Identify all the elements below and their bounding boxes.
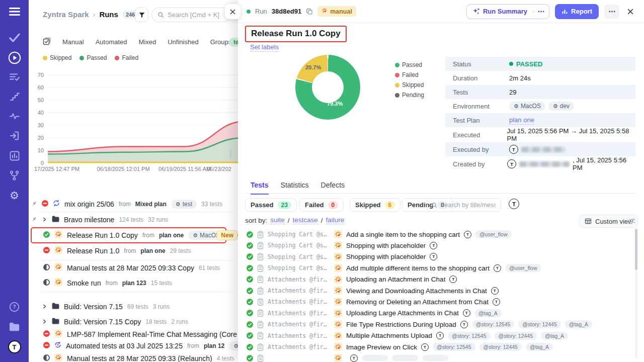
run-row[interactable]: mix origin 25/06fromMixed plan⚙test33 te… bbox=[29, 197, 238, 212]
test-row[interactable]: Attachments @firstUploading Large Attach… bbox=[247, 308, 629, 319]
run-meta: 61 tests bbox=[199, 264, 220, 272]
sort-row: sort by:suite/testcase/failure bbox=[245, 216, 344, 224]
test-suite: Attachments @first bbox=[268, 298, 330, 305]
view-settings-icon[interactable] bbox=[628, 217, 636, 227]
burst-icon bbox=[334, 276, 342, 284]
close-icon bbox=[229, 9, 236, 15]
chevron-right-icon[interactable] bbox=[42, 302, 47, 311]
copy-icon[interactable] bbox=[306, 8, 313, 15]
donut-passed-label: 79.3% bbox=[327, 101, 343, 107]
nav-menu-icon[interactable] bbox=[0, 5, 29, 18]
test-row[interactable]: Shopping Cart @sm…Shopping with placehol… bbox=[247, 251, 629, 262]
folder-icon bbox=[52, 215, 59, 224]
nav-user-avatar[interactable]: T bbox=[0, 340, 29, 353]
test-title: Add a single item to the shopping cart bbox=[346, 231, 460, 238]
nav-gear-icon[interactable]: ⚙ bbox=[0, 189, 29, 202]
run-row[interactable]: Bravo milestone124 tests32 runs bbox=[29, 212, 238, 227]
sort-by-testcase[interactable]: testcase bbox=[293, 216, 318, 224]
run-summary-button[interactable]: Run Summary bbox=[466, 4, 549, 19]
test-plan-link[interactable]: plan one bbox=[509, 116, 534, 125]
test-suite: Shopping Cart @sm… bbox=[268, 231, 330, 238]
test-tag bbox=[392, 355, 418, 361]
svg-text:40: 40 bbox=[38, 110, 44, 116]
tab-tests[interactable]: Tests bbox=[251, 181, 269, 195]
clipboard-icon bbox=[257, 309, 264, 317]
pin-icon bbox=[31, 200, 37, 209]
tab-defects[interactable]: Defects bbox=[321, 181, 345, 195]
runs-panel-scrollbar[interactable] bbox=[229, 149, 232, 158]
nav-play-circle-icon[interactable] bbox=[0, 51, 29, 64]
test-row[interactable]: Attachments @firstViewing and Downloadin… bbox=[247, 285, 629, 296]
filter-passed-button[interactable]: Passed23 bbox=[245, 198, 297, 212]
run-title: Build: Version 7.15 bbox=[64, 303, 123, 311]
run-row[interactable]: Build: Version 7.1569 tests3 runs bbox=[29, 299, 238, 314]
run-row[interactable]: Manual tests at 28 Mar 2025 09:33 Copy61… bbox=[29, 260, 238, 276]
test-row[interactable]: Shopping Cart @sm…Shopping with placehol… bbox=[247, 240, 629, 251]
runs-search[interactable] bbox=[151, 8, 231, 22]
filter-skipped-button[interactable]: Skipped6 bbox=[350, 198, 400, 212]
run-row[interactable]: Release Run 1.0 Copyfromplan one⚙MacOS⚙d… bbox=[29, 228, 238, 243]
test-row[interactable]: Attachments @firstFile Type Restrictions… bbox=[247, 319, 629, 330]
test-passed-icon bbox=[247, 253, 253, 260]
runs-tab-groups[interactable]: Groups bbox=[210, 38, 232, 46]
info-label: Status bbox=[453, 60, 509, 68]
runs-tab-mixed[interactable]: Mixed bbox=[139, 38, 156, 46]
test-row[interactable]: Attachments @firstImage Preview on Click… bbox=[247, 341, 629, 352]
tests-scrollbar-thumb[interactable] bbox=[635, 229, 637, 270]
test-row[interactable]: Attachments @firstMultiple Attachments U… bbox=[247, 330, 629, 341]
set-labels-link[interactable]: Set labels bbox=[250, 43, 279, 52]
test-row[interactable]: Shopping Cart @sm…Add a single item to t… bbox=[247, 229, 629, 240]
tab-overflow-badge[interactable]: tes bbox=[229, 38, 238, 47]
test-row[interactable]: Attachments @firstRemoving or Deleting a… bbox=[247, 296, 629, 307]
sort-by-suite[interactable]: suite bbox=[270, 216, 285, 224]
run-title: Manual tests at 28 Mar 2025 09:33 (Relau… bbox=[67, 354, 212, 362]
legend-item-passed: Passed bbox=[79, 54, 107, 61]
nav-bar-chart-box-icon[interactable] bbox=[0, 149, 29, 162]
burst-icon bbox=[334, 354, 342, 362]
nav-help-icon[interactable]: ? bbox=[0, 300, 29, 313]
run-summary-more-button[interactable] bbox=[533, 11, 549, 13]
close-icon bbox=[627, 8, 634, 15]
svg-text:0: 0 bbox=[41, 160, 44, 166]
tests-search[interactable] bbox=[427, 198, 501, 212]
report-button[interactable]: Report bbox=[555, 4, 599, 19]
test-passed-icon bbox=[247, 355, 253, 361]
breadcrumb-section[interactable]: Runs bbox=[99, 10, 118, 19]
test-author-avatar: T bbox=[430, 253, 437, 260]
detail-close-button[interactable] bbox=[625, 6, 636, 17]
test-row[interactable]: Attachments @firstUploading an Attachmen… bbox=[247, 274, 629, 285]
nav-list-check-icon[interactable] bbox=[0, 70, 29, 83]
runs-tab-manual[interactable]: Manual bbox=[62, 38, 84, 46]
burst-icon bbox=[334, 332, 342, 340]
test-row[interactable]: Shopping Cart @sm…Add multiple different… bbox=[247, 262, 629, 274]
filter-failed-button[interactable]: Failed0 bbox=[299, 198, 344, 212]
detail-more-button[interactable] bbox=[604, 5, 619, 19]
sort-by-failure[interactable]: failure bbox=[326, 216, 345, 224]
runs-tab-automated[interactable]: Automated bbox=[96, 38, 127, 46]
env-badge: ⚙dev bbox=[548, 102, 574, 111]
tab-statistics[interactable]: Statistics bbox=[281, 181, 309, 195]
assignee-avatar[interactable]: T bbox=[509, 199, 519, 209]
filter-button[interactable] bbox=[135, 8, 148, 22]
nav-folder-icon[interactable] bbox=[0, 320, 29, 333]
test-tag: @tag_A bbox=[526, 343, 553, 351]
test-row[interactable]: T bbox=[247, 352, 629, 362]
drawer-close-button[interactable] bbox=[225, 4, 240, 19]
nav-steps-icon[interactable] bbox=[0, 90, 29, 103]
runs-search-input[interactable] bbox=[168, 11, 223, 19]
chevron-right-icon[interactable] bbox=[42, 215, 47, 224]
run-row[interactable]: Manual tests at 28 Mar 2025 09:33 (Relau… bbox=[29, 351, 238, 362]
nav-branch-icon[interactable] bbox=[0, 169, 29, 182]
nav-sign-in-icon[interactable] bbox=[0, 129, 29, 142]
burst-icon bbox=[54, 329, 62, 339]
nav-check-icon[interactable] bbox=[0, 31, 29, 44]
chevron-right-icon[interactable] bbox=[42, 317, 47, 326]
tests-search-input[interactable] bbox=[440, 202, 496, 209]
runs-tab-unfinished[interactable]: Unfinished bbox=[168, 38, 198, 46]
run-row[interactable]: Smoke runfromplan 12315 tests bbox=[29, 276, 238, 291]
run-row[interactable]: Release Run 1.0fromplan one29 tests bbox=[29, 243, 238, 258]
breadcrumb-project[interactable]: Zyntra Spark bbox=[43, 10, 89, 19]
burst-icon bbox=[334, 298, 342, 306]
multi-select-icon[interactable] bbox=[43, 37, 51, 47]
nav-activity-icon[interactable] bbox=[0, 110, 29, 123]
